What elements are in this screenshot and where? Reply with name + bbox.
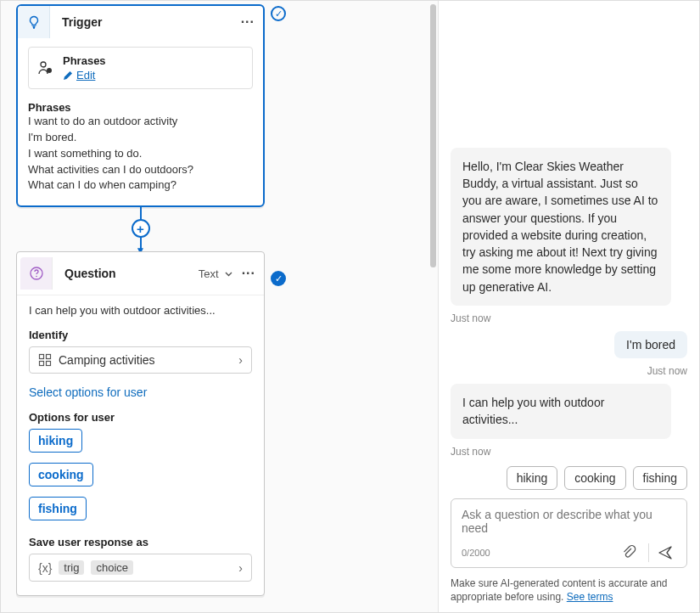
option-chip[interactable]: hiking	[29, 429, 82, 453]
test-chat-panel: Hello, I'm Clear Skies Weather Buddy, a …	[439, 1, 699, 612]
svg-rect-7	[47, 362, 51, 366]
svg-rect-4	[40, 355, 44, 359]
chevron-right-icon: ›	[238, 561, 243, 575]
trigger-body: Phrases Edit Phrases I want to do an out…	[18, 38, 263, 205]
question-node[interactable]: Question Text ··· I can help you with ou…	[16, 251, 265, 596]
question-title: Question	[53, 267, 199, 280]
suggested-chip[interactable]: fishing	[633, 466, 687, 490]
trigger-more-button[interactable]: ···	[241, 14, 255, 30]
phrase-item: I want to do an outdoor activity	[28, 114, 253, 130]
save-response-label: Save user response as	[29, 536, 252, 548]
svg-rect-6	[40, 362, 44, 366]
question-valid-icon: ✓	[271, 271, 286, 286]
bot-message: I can help you with outdoor activities..…	[451, 384, 671, 439]
add-step-button[interactable]: +	[132, 219, 150, 238]
phrase-item: What activities can I do outdoors?	[28, 162, 253, 178]
svg-point-3	[36, 276, 37, 278]
question-icon	[20, 257, 53, 290]
phrases-card-title: Phrases	[63, 54, 106, 67]
phrases-card[interactable]: Phrases Edit	[28, 47, 253, 89]
option-chip[interactable]: fishing	[29, 497, 87, 520]
chat-input-area: Ask a question or describe what you need…	[439, 495, 699, 612]
variable-part: choice	[91, 560, 133, 575]
pencil-icon	[63, 70, 73, 81]
entity-icon	[38, 353, 52, 367]
chat-messages: Hello, I'm Clear Skies Weather Buddy, a …	[439, 1, 699, 495]
see-terms-link[interactable]: See terms	[567, 591, 613, 603]
timestamp: Just now	[451, 312, 490, 324]
suggested-chip[interactable]: hiking	[507, 466, 558, 490]
suggested-actions: hiking cooking fishing	[507, 466, 687, 490]
ai-disclaimer: Make sure AI-generated content is accura…	[451, 576, 687, 604]
timestamp: Just now	[647, 365, 687, 377]
svg-point-0	[41, 62, 46, 67]
variable-picker[interactable]: {x} trig choice ›	[29, 554, 252, 582]
identify-value: Camping activities	[59, 353, 155, 367]
add-node-connector: + ▼	[16, 207, 265, 251]
select-options-link[interactable]: Select options for user	[29, 385, 147, 399]
char-count: 0/2000	[462, 548, 490, 558]
phrase-item: What can I do when camping?	[28, 177, 253, 194]
options-list: hiking cooking fishing	[29, 429, 252, 531]
trigger-header: Trigger ···	[18, 6, 263, 38]
phrases-list: I want to do an outdoor activity I'm bor…	[28, 114, 253, 194]
attach-button[interactable]	[618, 543, 640, 562]
question-more-button[interactable]: ···	[242, 266, 255, 281]
suggested-chip[interactable]: cooking	[564, 466, 625, 490]
question-type-label[interactable]: Text	[199, 267, 219, 280]
send-button[interactable]	[648, 543, 676, 562]
trigger-valid-icon: ✓	[271, 6, 286, 21]
send-icon	[658, 545, 673, 560]
user-message: I'm bored	[614, 331, 687, 358]
variable-part: trig	[59, 560, 84, 575]
chevron-right-icon: ›	[238, 353, 243, 367]
edit-phrases-link[interactable]: Edit	[63, 69, 106, 82]
authoring-canvas: ✓ ✓ Trigger ··· Phrases Edit	[1, 1, 439, 612]
timestamp: Just now	[451, 446, 490, 458]
paperclip-icon	[621, 545, 636, 560]
variable-icon: {x}	[38, 561, 52, 575]
lightbulb-icon	[18, 6, 50, 38]
chevron-down-icon[interactable]	[224, 269, 233, 278]
option-chip[interactable]: cooking	[29, 463, 93, 486]
bot-message: Hello, I'm Clear Skies Weather Buddy, a …	[451, 148, 671, 306]
question-body: I can help you with outdoor activities..…	[17, 295, 264, 595]
person-speech-icon	[37, 59, 54, 76]
trigger-node[interactable]: Trigger ··· Phrases Edit Phrases I want …	[16, 4, 265, 207]
options-label: Options for user	[29, 411, 252, 424]
canvas-scrollbar[interactable]	[430, 4, 436, 267]
identify-label: Identify	[29, 329, 252, 341]
svg-rect-5	[47, 355, 51, 359]
question-message-text: I can help you with outdoor activities..…	[29, 304, 252, 317]
chat-placeholder: Ask a question or describe what you need	[462, 508, 676, 540]
phrases-heading: Phrases	[28, 101, 253, 114]
chat-input-footer: 0/2000	[462, 543, 676, 562]
trigger-title: Trigger	[50, 15, 241, 29]
phrase-item: I'm bored.	[28, 130, 253, 146]
phrase-item: I want something to do.	[28, 146, 253, 162]
chat-input[interactable]: Ask a question or describe what you need…	[451, 498, 687, 568]
identify-entity-picker[interactable]: Camping activities ›	[29, 346, 252, 374]
svg-point-1	[47, 68, 52, 73]
question-header: Question Text ···	[17, 252, 264, 295]
